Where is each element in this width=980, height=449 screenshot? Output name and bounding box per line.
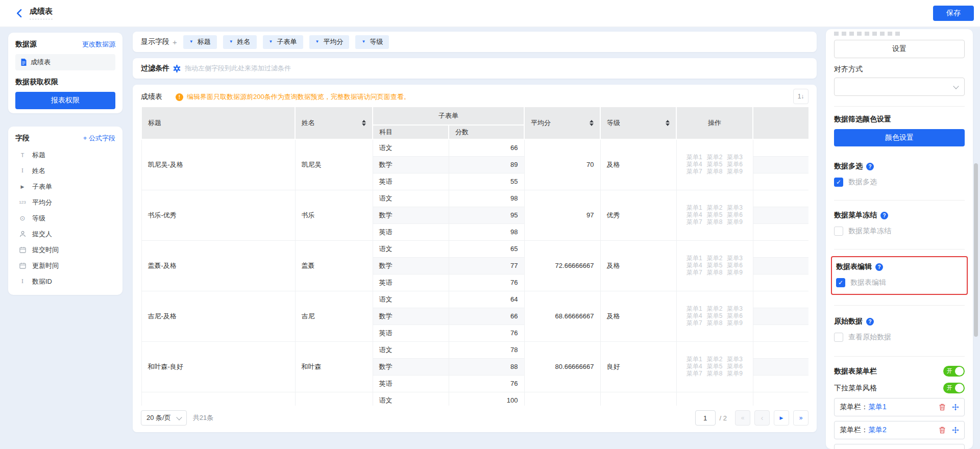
menu-link[interactable]: 菜单6 bbox=[727, 363, 743, 370]
settings-button[interactable]: 设置 bbox=[834, 40, 965, 58]
back-icon[interactable] bbox=[14, 8, 24, 18]
help-icon[interactable] bbox=[866, 318, 874, 326]
menu-link[interactable]: 菜单4 bbox=[687, 363, 702, 370]
change-datasource-link[interactable]: 更改数据源 bbox=[82, 40, 115, 49]
menubar-item-link[interactable]: 菜单1 bbox=[868, 403, 887, 412]
menu-link[interactable]: 菜单5 bbox=[707, 262, 723, 269]
menu-link[interactable]: 菜单2 bbox=[707, 306, 723, 312]
col-header-name[interactable]: 姓名 bbox=[295, 107, 373, 139]
field-item[interactable]: 提交人 bbox=[15, 226, 115, 242]
help-icon[interactable] bbox=[880, 212, 888, 219]
field-chip[interactable]: 标题 bbox=[183, 35, 217, 49]
table-edit-checkbox[interactable] bbox=[836, 278, 845, 287]
help-icon[interactable] bbox=[875, 263, 883, 271]
menu-link[interactable]: 菜单4 bbox=[687, 262, 702, 269]
menu-link[interactable]: 菜单2 bbox=[707, 205, 723, 211]
sort-icon[interactable] bbox=[666, 120, 670, 126]
first-page-button[interactable] bbox=[735, 410, 750, 426]
field-item[interactable]: 更新时间 bbox=[15, 258, 115, 273]
gear-icon[interactable] bbox=[173, 65, 181, 72]
menu-link[interactable]: 菜单3 bbox=[727, 306, 743, 312]
menu-link[interactable]: 菜单1 bbox=[687, 255, 702, 262]
multi-select-checkbox[interactable] bbox=[834, 178, 843, 187]
sort-icon[interactable] bbox=[362, 120, 366, 126]
menu-link[interactable]: 菜单1 bbox=[687, 356, 702, 363]
field-item[interactable]: 提交时间 bbox=[15, 242, 115, 258]
menu-link[interactable]: 菜单2 bbox=[707, 255, 723, 262]
menu-link[interactable]: 菜单3 bbox=[727, 154, 743, 161]
menu-link[interactable]: 菜单3 bbox=[727, 205, 743, 211]
menu-link[interactable]: 菜单4 bbox=[687, 212, 702, 218]
field-chip[interactable]: 等级 bbox=[355, 35, 389, 49]
prev-page-button[interactable] bbox=[754, 410, 770, 426]
menubar-item-link[interactable]: 菜单2 bbox=[868, 426, 887, 435]
field-item[interactable]: I数据ID bbox=[15, 273, 115, 289]
move-icon[interactable] bbox=[952, 427, 959, 434]
field-item[interactable]: ▶子表单 bbox=[15, 179, 115, 194]
menu-link[interactable]: 菜单5 bbox=[707, 212, 723, 218]
color-settings-button[interactable]: 颜色设置 bbox=[834, 129, 965, 146]
menu-link[interactable]: 菜单5 bbox=[707, 313, 723, 319]
table-menubar-toggle[interactable]: 开 bbox=[943, 366, 965, 377]
move-icon[interactable] bbox=[952, 404, 959, 411]
raw-data-checkbox[interactable] bbox=[834, 333, 843, 342]
field-item[interactable]: I姓名 bbox=[15, 163, 115, 179]
menu-link[interactable]: 菜单3 bbox=[727, 356, 743, 363]
menu-link[interactable]: 菜单7 bbox=[687, 168, 702, 175]
menu-link[interactable]: 菜单1 bbox=[687, 154, 702, 161]
last-page-button[interactable] bbox=[793, 410, 808, 426]
table-scroll-area[interactable]: 标题 姓名 子表单 平均分 等级 操作 科目 分数 凯尼吴-及格凯尼吴语文667… bbox=[141, 106, 808, 406]
menu-link[interactable]: 菜单2 bbox=[707, 154, 723, 161]
menu-link[interactable]: 菜单9 bbox=[727, 370, 743, 377]
menu-link[interactable]: 菜单7 bbox=[687, 269, 702, 276]
filter-bar[interactable]: 过滤条件 拖动左侧字段到此处来添加过滤条件 bbox=[133, 58, 817, 79]
datasource-item[interactable]: 成绩表 bbox=[15, 54, 115, 70]
field-item[interactable]: T标题 bbox=[15, 147, 115, 163]
menu-link[interactable]: 菜单6 bbox=[727, 161, 743, 168]
menu-link[interactable]: 菜单7 bbox=[687, 320, 702, 327]
menu-link[interactable]: 菜单2 bbox=[707, 356, 723, 363]
menu-link[interactable]: 菜单4 bbox=[687, 161, 702, 168]
menu-link[interactable]: 菜单5 bbox=[707, 363, 723, 370]
report-permission-button[interactable]: 报表权限 bbox=[15, 92, 115, 109]
menu-link[interactable]: 菜单9 bbox=[727, 219, 743, 226]
col-header-average[interactable]: 平均分 bbox=[524, 107, 600, 139]
menu-link[interactable]: 菜单6 bbox=[727, 262, 743, 269]
menu-link[interactable]: 菜单9 bbox=[727, 168, 743, 175]
menu-link[interactable]: 菜单6 bbox=[727, 212, 743, 218]
menu-link[interactable]: 菜单1 bbox=[687, 306, 702, 312]
menu-link[interactable]: 菜单9 bbox=[727, 320, 743, 327]
menu-link[interactable]: 菜单9 bbox=[727, 269, 743, 276]
menu-link[interactable]: 菜单8 bbox=[707, 370, 723, 377]
menu-link[interactable]: 菜单8 bbox=[707, 320, 723, 327]
menu-link[interactable]: 菜单8 bbox=[707, 219, 723, 226]
next-page-button[interactable] bbox=[774, 410, 789, 426]
help-icon[interactable] bbox=[866, 163, 874, 170]
row-sort-tool-button[interactable]: 1↓ bbox=[793, 89, 808, 104]
trash-icon[interactable] bbox=[939, 404, 946, 411]
menu-link[interactable]: 菜单7 bbox=[687, 219, 702, 226]
menu-link[interactable]: 菜单8 bbox=[707, 168, 723, 175]
field-chip[interactable]: 姓名 bbox=[223, 35, 257, 49]
menu-link[interactable]: 菜单1 bbox=[687, 205, 702, 211]
page-size-select[interactable]: 20 条/页 bbox=[141, 410, 187, 426]
add-formula-field-link[interactable]: + 公式字段 bbox=[83, 134, 115, 143]
field-item[interactable]: ⊙等级 bbox=[15, 210, 115, 226]
field-item[interactable]: 123平均分 bbox=[15, 194, 115, 210]
trash-icon[interactable] bbox=[939, 427, 946, 434]
align-select[interactable] bbox=[834, 78, 965, 96]
field-chip[interactable]: 平均分 bbox=[309, 35, 350, 49]
save-button[interactable]: 保存 bbox=[933, 6, 974, 21]
page-scrollbar[interactable] bbox=[974, 163, 978, 337]
menu-link[interactable]: 菜单5 bbox=[707, 161, 723, 168]
field-chip[interactable]: 子表单 bbox=[263, 35, 303, 49]
menu-link[interactable]: 菜单8 bbox=[707, 269, 723, 276]
col-header-grade[interactable]: 等级 bbox=[600, 107, 676, 139]
add-display-field-button[interactable]: + bbox=[173, 38, 177, 46]
page-number-input[interactable] bbox=[695, 410, 716, 426]
menu-link[interactable]: 菜单3 bbox=[727, 255, 743, 262]
menu-link[interactable]: 菜单6 bbox=[727, 313, 743, 319]
menu-link[interactable]: 菜单7 bbox=[687, 370, 702, 377]
dropdown-style-toggle[interactable]: 开 bbox=[943, 383, 965, 393]
menu-link[interactable]: 菜单4 bbox=[687, 313, 702, 319]
